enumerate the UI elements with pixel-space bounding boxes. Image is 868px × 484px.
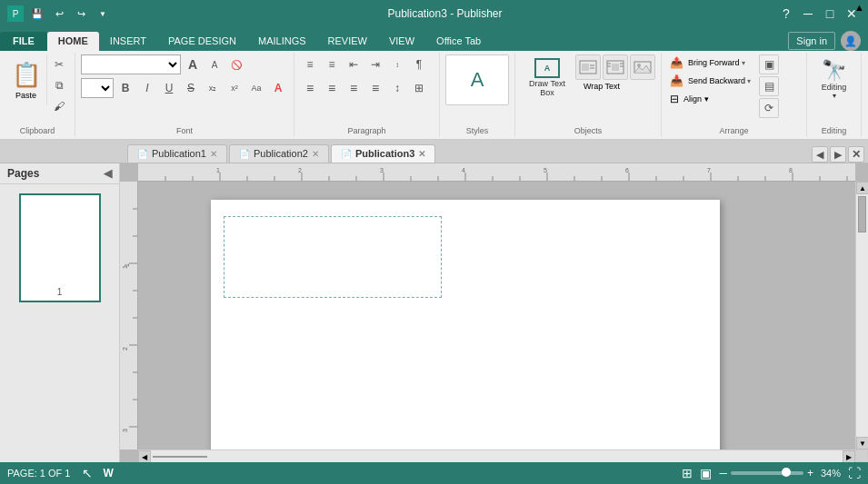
scroll-left-button[interactable]: ◀ bbox=[138, 450, 151, 462]
pub2-label: Publication2 bbox=[254, 148, 308, 159]
arrange-btn-1[interactable]: ▣ bbox=[759, 54, 779, 74]
strikethrough-button[interactable]: S bbox=[181, 78, 201, 98]
scroll-thumb-h[interactable] bbox=[153, 456, 207, 458]
tab-page-design[interactable]: PAGE DESIGN bbox=[157, 32, 247, 51]
font-group: A A 🚫 B I U S x₂ x² Aa A Font bbox=[75, 53, 294, 137]
scrollbar-horizontal[interactable]: ◀ ▶ bbox=[138, 449, 855, 462]
draw-text-box-button[interactable]: A Draw Text Box bbox=[521, 54, 574, 101]
indent-less-button[interactable]: ⇤ bbox=[344, 54, 364, 74]
tab-review[interactable]: REVIEW bbox=[317, 32, 378, 51]
scroll-right-button[interactable]: ▶ bbox=[843, 450, 855, 462]
doc-tab-publication2[interactable]: 📄 Publication2 ✕ bbox=[229, 144, 329, 163]
numbering-button[interactable]: ≡ bbox=[322, 54, 342, 74]
tab-close-doc[interactable]: ✕ bbox=[848, 146, 864, 163]
bring-forward-button[interactable]: 📤 Bring Forward ▾ bbox=[667, 54, 753, 71]
picture-button[interactable] bbox=[630, 54, 655, 80]
align-left-button[interactable]: ≡ bbox=[300, 78, 320, 98]
justify-button[interactable]: ≡ bbox=[365, 78, 385, 98]
undo-button[interactable]: ↩ bbox=[49, 4, 69, 24]
svg-text:3: 3 bbox=[122, 429, 128, 432]
indent-more-button[interactable]: ⇥ bbox=[365, 54, 385, 74]
doc-tab-publication1[interactable]: 📄 Publication1 ✕ bbox=[127, 144, 227, 163]
tab-file[interactable]: FILE bbox=[0, 32, 47, 51]
maximize-button[interactable]: □ bbox=[821, 5, 839, 23]
tab-home[interactable]: HOME bbox=[47, 32, 99, 51]
publisher-page[interactable] bbox=[211, 200, 720, 449]
paste-button[interactable]: 📋 Paste bbox=[5, 54, 47, 105]
doc-tab-publication3[interactable]: 📄 Publication3 ✕ bbox=[331, 144, 435, 163]
page-thumbnail-1[interactable]: 1 bbox=[19, 193, 101, 302]
help-button[interactable]: ? bbox=[777, 5, 795, 23]
send-backward-button[interactable]: 📥 Send Backward ▾ bbox=[667, 73, 753, 89]
case-button[interactable]: Aa bbox=[246, 78, 266, 98]
draw-textbox-icon: A bbox=[534, 58, 560, 78]
scroll-track-v[interactable] bbox=[856, 194, 868, 437]
wrap-text-button[interactable] bbox=[603, 54, 628, 80]
font-grow-button[interactable]: A bbox=[183, 54, 203, 74]
pages-panel: Pages ◀ 1 bbox=[0, 163, 120, 462]
rotate-button[interactable]: ⟳ bbox=[759, 98, 779, 118]
arrange-col-2: ▣ ▤ ⟳ bbox=[759, 54, 779, 118]
single-view-button[interactable]: ▣ bbox=[700, 466, 712, 480]
pub1-close[interactable]: ✕ bbox=[210, 149, 217, 159]
paragraph-spacing-button[interactable]: ↕ bbox=[387, 54, 407, 74]
font-size-select[interactable] bbox=[81, 78, 114, 98]
font-shrink-button[interactable]: A bbox=[205, 54, 224, 74]
superscript-button[interactable]: x² bbox=[224, 78, 244, 98]
scroll-track-h[interactable] bbox=[151, 450, 843, 462]
copy-button[interactable]: ⧉ bbox=[49, 75, 69, 95]
app-icon: P bbox=[7, 5, 24, 22]
arrange-btn-2[interactable]: ▤ bbox=[759, 76, 779, 96]
scroll-up-button[interactable]: ▲ bbox=[856, 182, 868, 194]
line-spacing-button[interactable]: ↕ bbox=[387, 78, 407, 98]
styles-button[interactable]: A bbox=[445, 54, 509, 105]
tab-mailings[interactable]: MAILINGS bbox=[247, 32, 317, 51]
align-center-button[interactable]: ≡ bbox=[322, 78, 342, 98]
pub2-close[interactable]: ✕ bbox=[312, 149, 319, 159]
zoom-slider[interactable] bbox=[731, 471, 803, 475]
tab-insert[interactable]: INSERT bbox=[99, 32, 157, 51]
zoom-thumb[interactable] bbox=[782, 468, 791, 477]
signin-button[interactable]: Sign in bbox=[788, 32, 835, 50]
zoom-in-button[interactable]: + bbox=[807, 467, 813, 479]
subscript-button[interactable]: x₂ bbox=[203, 78, 223, 98]
underline-button[interactable]: U bbox=[159, 78, 179, 98]
columns-view-button[interactable]: ⊞ bbox=[682, 466, 693, 480]
redo-button[interactable]: ↪ bbox=[71, 4, 91, 24]
scroll-down-button[interactable]: ▼ bbox=[856, 437, 868, 449]
pub3-label: Publication3 bbox=[355, 148, 414, 159]
bold-button[interactable]: B bbox=[115, 78, 135, 98]
tab-scroll-left[interactable]: ◀ bbox=[812, 146, 828, 163]
wrap-text-inline-button[interactable] bbox=[575, 54, 601, 80]
align-right-button[interactable]: ≡ bbox=[344, 78, 364, 98]
minimize-button[interactable]: ─ bbox=[799, 5, 817, 23]
font-color-button[interactable]: A bbox=[268, 78, 288, 98]
fit-page-button[interactable]: ⛶ bbox=[848, 466, 861, 480]
save-button[interactable]: 💾 bbox=[27, 4, 47, 24]
tab-scroll-right[interactable]: ▶ bbox=[830, 146, 846, 163]
bring-forward-arrow: ▾ bbox=[742, 59, 745, 67]
columns-button[interactable]: ⊞ bbox=[409, 78, 429, 98]
scrollbar-vertical[interactable]: ▲ ▼ bbox=[855, 182, 868, 449]
pub3-close[interactable]: ✕ bbox=[418, 149, 425, 159]
styles-label: Styles bbox=[440, 126, 514, 135]
page-content bbox=[138, 182, 855, 449]
font-label: Font bbox=[75, 126, 294, 135]
paragraph-mark-button[interactable]: ¶ bbox=[409, 54, 429, 74]
font-family-select[interactable] bbox=[81, 54, 181, 74]
align-button[interactable]: ⊟ Align ▾ bbox=[667, 91, 753, 107]
bullets-button[interactable]: ≡ bbox=[300, 54, 320, 74]
cut-button[interactable]: ✂ bbox=[49, 54, 69, 74]
format-painter-button[interactable]: 🖌 bbox=[49, 96, 69, 116]
zoom-out-button[interactable]: ─ bbox=[719, 467, 727, 479]
clear-format-button[interactable]: 🚫 bbox=[226, 54, 246, 74]
scroll-thumb-v[interactable] bbox=[858, 196, 866, 232]
qat-more-button[interactable]: ▼ bbox=[93, 4, 113, 24]
tab-office[interactable]: Office Tab bbox=[425, 32, 492, 51]
text-box-placeholder[interactable] bbox=[224, 216, 442, 298]
italic-button[interactable]: I bbox=[137, 78, 157, 98]
pages-collapse-button[interactable]: ◀ bbox=[104, 167, 112, 180]
tab-view[interactable]: VIEW bbox=[378, 32, 425, 51]
editing-button[interactable]: 🔭 Editing ▾ bbox=[813, 54, 855, 104]
svg-text:1: 1 bbox=[122, 265, 128, 269]
